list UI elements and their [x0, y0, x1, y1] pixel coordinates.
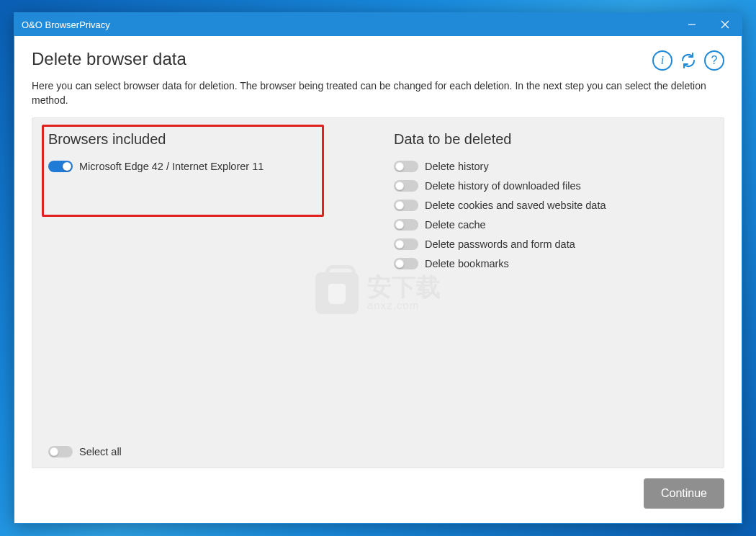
browser-toggle-label: Microsoft Edge 42 / Internet Explorer 11	[79, 161, 264, 172]
data-toggle-switch[interactable]	[394, 180, 418, 192]
data-toggle-label: Delete passwords and form data	[425, 238, 575, 250]
browsers-column: Browsers included Microsoft Edge 42 / In…	[48, 131, 365, 446]
data-toggle-row[interactable]: Delete cache	[394, 219, 708, 231]
refresh-icon[interactable]	[678, 50, 698, 71]
data-toggle-row[interactable]: Delete passwords and form data	[394, 238, 708, 250]
info-icon[interactable]: i	[652, 50, 672, 71]
browsers-section-title: Browsers included	[48, 131, 365, 148]
page-title: Delete browser data	[32, 49, 652, 69]
window-title: O&O BrowserPrivacy	[22, 19, 110, 30]
page-description: Here you can select browser data for del…	[32, 79, 724, 107]
continue-button[interactable]: Continue	[644, 478, 724, 509]
browser-toggle-switch[interactable]	[48, 161, 73, 172]
data-toggle-label: Delete history	[425, 161, 489, 172]
browser-toggle-row[interactable]: Microsoft Edge 42 / Internet Explorer 11	[48, 161, 365, 172]
main-panel: 安下载 anxz.com Browsers included Microsoft…	[32, 117, 724, 468]
select-all-switch[interactable]	[48, 446, 73, 457]
data-toggle-row[interactable]: Delete history	[394, 161, 708, 172]
data-toggle-label: Delete cache	[425, 219, 486, 231]
data-toggle-row[interactable]: Delete bookmarks	[394, 258, 708, 269]
data-toggle-switch[interactable]	[394, 219, 418, 231]
select-all-toggle[interactable]: Select all	[48, 446, 122, 457]
data-toggle-label: Delete bookmarks	[425, 258, 509, 269]
data-toggle-label: Delete cookies and saved website data	[425, 200, 606, 211]
data-toggle-label: Delete history of downloaded files	[425, 180, 581, 192]
minimize-button[interactable]	[675, 13, 708, 36]
data-section-title: Data to be deleted	[394, 131, 708, 148]
app-window: O&O BrowserPrivacy Delete browser data i…	[14, 12, 742, 524]
data-toggle-switch[interactable]	[394, 238, 418, 250]
data-column: Data to be deleted Delete historyDelete …	[394, 131, 708, 446]
data-toggle-row[interactable]: Delete cookies and saved website data	[394, 200, 708, 211]
data-toggle-switch[interactable]	[394, 200, 418, 211]
close-button[interactable]	[708, 13, 742, 36]
data-toggle-switch[interactable]	[394, 258, 418, 269]
titlebar: O&O BrowserPrivacy	[14, 13, 742, 36]
help-icon[interactable]: ?	[704, 50, 724, 71]
data-toggle-switch[interactable]	[394, 161, 418, 172]
select-all-label: Select all	[79, 446, 122, 457]
data-toggle-row[interactable]: Delete history of downloaded files	[394, 180, 708, 192]
content-area: Delete browser data i ? Here you can sel…	[14, 36, 742, 523]
